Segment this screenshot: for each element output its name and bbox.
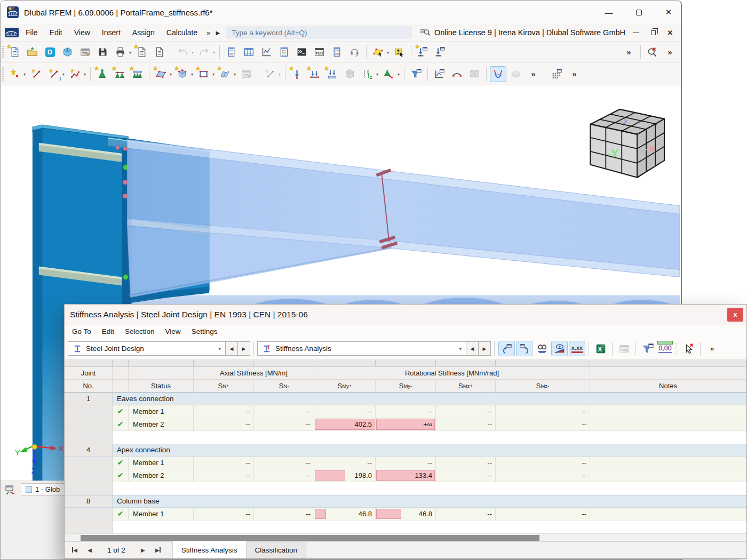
pager-last-button[interactable]: ▶ xyxy=(152,545,164,555)
notes-cell[interactable] xyxy=(590,405,746,418)
member-row[interactable]: ✔Member 1------------ xyxy=(65,405,746,418)
new-printout-report-button[interactable]: ★ xyxy=(133,44,150,60)
maximize-button[interactable] xyxy=(626,1,651,24)
redo-button[interactable]: ▾ xyxy=(196,44,212,60)
insert-below-button[interactable] xyxy=(432,44,449,60)
toolbar2-overflow-2-button[interactable]: » xyxy=(566,66,583,82)
column-handle[interactable] xyxy=(436,360,496,366)
stiffness-value-cell[interactable]: -- xyxy=(254,418,314,431)
menu-item-assign[interactable]: Assign xyxy=(126,26,161,39)
new-line-load-button[interactable]: ★ xyxy=(324,66,340,82)
stiffness-value-cell[interactable]: -- xyxy=(496,405,590,418)
toolbar2-overflow-button[interactable]: » xyxy=(525,66,542,82)
result-diagrams-button[interactable] xyxy=(431,66,448,82)
stiffness-value-cell[interactable]: 402.5 xyxy=(314,418,376,431)
new-nodal-support-button[interactable]: ★ xyxy=(94,66,110,82)
column-handle[interactable] xyxy=(129,360,194,366)
scrollbar-thumb[interactable] xyxy=(81,535,539,541)
new-surface-button[interactable]: ★▾ xyxy=(153,66,169,82)
joint-group-title[interactable]: Apex connection xyxy=(113,444,746,456)
export-excel-button[interactable] xyxy=(592,341,609,356)
stiffness-value-cell[interactable]: -- xyxy=(436,457,496,469)
license-search-icon[interactable] xyxy=(419,27,430,38)
animation-button[interactable] xyxy=(466,66,483,82)
print-button[interactable]: ▾ xyxy=(112,44,129,60)
view-tab-global[interactable]: 1 - Glob xyxy=(21,483,65,496)
result-layers-button[interactable] xyxy=(507,66,524,82)
close-views-button[interactable] xyxy=(644,44,661,60)
new-support-displacement-button[interactable]: ▾ xyxy=(380,66,397,82)
menu-item-calculate[interactable]: Calculate xyxy=(161,26,203,39)
member-label-cell[interactable]: Member 2 xyxy=(129,469,194,482)
member-row[interactable]: ✔Member 1------------ xyxy=(65,457,746,469)
new-line-support-button[interactable]: ★ xyxy=(112,66,128,82)
result-type-combo[interactable]: Stiffness Analysis ▾ xyxy=(257,341,466,356)
stiffness-value-cell[interactable]: 133.4 xyxy=(376,469,436,482)
display-panel-button[interactable] xyxy=(329,44,345,60)
new-nodal-load-button[interactable]: ★ xyxy=(289,66,305,82)
pager-first-button[interactable]: ◀ xyxy=(69,545,81,555)
cube-right-face-label[interactable]: -X xyxy=(645,143,655,155)
toolbar-overflow-2-button[interactable]: » xyxy=(662,44,678,60)
notes-cell[interactable] xyxy=(590,418,746,431)
column-handle[interactable] xyxy=(314,360,376,366)
cube-left-face-label[interactable]: -Y xyxy=(607,147,618,160)
tab-stiffness-analysis[interactable]: Stiffness Analysis xyxy=(173,541,247,558)
tables-button[interactable] xyxy=(241,44,257,60)
printout-report-manager-button[interactable] xyxy=(77,44,93,60)
new-surface-support-button[interactable]: ★ xyxy=(129,66,146,82)
stiffness-value-cell[interactable]: -- xyxy=(436,469,496,482)
show-values-button[interactable] xyxy=(551,341,568,356)
edit-parameters-button[interactable] xyxy=(391,44,408,60)
member-label-cell[interactable]: Member 1 xyxy=(129,405,194,418)
new-polyline-button[interactable]: ▾ xyxy=(67,66,83,82)
design-case-combo[interactable]: Steel Joint Design ▾ xyxy=(68,341,226,356)
joint-number-cell[interactable] xyxy=(65,418,113,431)
column-handle[interactable] xyxy=(376,360,436,366)
decimal-places-button[interactable]: x.xx xyxy=(569,341,585,356)
stiffness-value-cell[interactable]: -- xyxy=(194,418,254,431)
joint-group-title[interactable]: Eaves connection xyxy=(113,393,746,405)
dlubal-cloud-button[interactable]: D xyxy=(42,44,58,60)
menu-overflow-icon[interactable]: » xyxy=(204,29,212,37)
printout-report-button[interactable] xyxy=(616,341,632,356)
tab-classification[interactable]: Classification xyxy=(247,542,307,558)
new-block-button[interactable]: ★▾ xyxy=(217,66,233,82)
show-printout-report-button[interactable] xyxy=(151,44,168,60)
jump-to-previous-button[interactable] xyxy=(498,341,515,356)
member-row[interactable]: ✔Member 1----46.846.8---- xyxy=(65,508,746,521)
minimize-button[interactable]: — xyxy=(597,1,621,24)
stiffness-value-cell[interactable]: -- xyxy=(194,457,254,469)
design-case-next-button[interactable]: ▶ xyxy=(238,341,250,356)
stiffness-value-cell[interactable]: +∞ xyxy=(376,418,436,431)
undo-button[interactable]: ▾ xyxy=(174,44,191,60)
stiffness-value-cell[interactable]: 46.8 xyxy=(376,508,436,521)
column-handle[interactable] xyxy=(194,360,254,366)
open-model-button[interactable] xyxy=(24,44,41,60)
member-label-cell[interactable]: Member 2 xyxy=(129,418,194,431)
menu-item-file[interactable]: File xyxy=(20,26,44,39)
column-handle[interactable] xyxy=(590,360,746,366)
menu-item-insert[interactable]: Insert xyxy=(96,26,126,39)
view-manager-icon[interactable] xyxy=(5,485,15,494)
design-case-previous-button[interactable]: ◀ xyxy=(226,341,238,356)
script-console-button[interactable] xyxy=(311,44,328,60)
horizontal-scrollbar[interactable] xyxy=(65,533,746,541)
joint-number-cell[interactable] xyxy=(65,508,113,521)
stiffness-value-cell[interactable]: -- xyxy=(194,469,254,482)
result-previous-button[interactable]: ◀ xyxy=(466,341,479,356)
result-next-button[interactable]: ▶ xyxy=(479,341,491,356)
stiffness-value-cell[interactable]: -- xyxy=(496,418,590,431)
member-label-cell[interactable]: Member 1 xyxy=(129,457,194,469)
navigator-panel-button[interactable] xyxy=(223,44,240,60)
pager-next-button[interactable]: ▶ xyxy=(137,545,149,555)
joint-number-cell[interactable]: 1 xyxy=(65,393,113,405)
notes-cell[interactable] xyxy=(590,508,746,521)
new-opening-button[interactable]: ★▾ xyxy=(195,66,212,82)
notes-cell[interactable] xyxy=(590,457,746,469)
joint-group-row[interactable]: 4Apex connection xyxy=(65,444,746,457)
column-handle[interactable] xyxy=(496,360,590,366)
filter-objects-button[interactable] xyxy=(408,66,424,82)
section-results-button[interactable] xyxy=(449,66,465,82)
close-button[interactable]: ✕ xyxy=(656,1,681,24)
